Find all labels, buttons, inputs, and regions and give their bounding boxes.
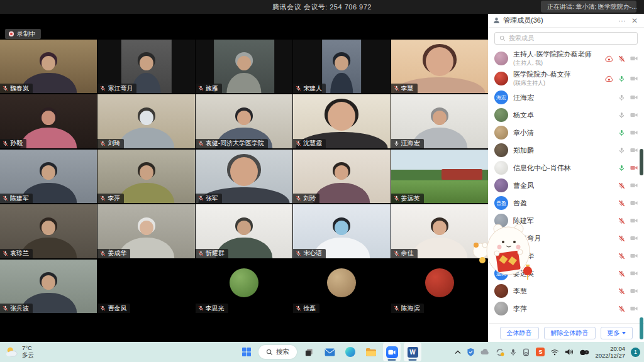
member-mic-icon[interactable] [618, 165, 625, 172]
member-camera-icon[interactable] [630, 235, 638, 241]
video-tile[interactable]: 袁健-同济大学医学院 [196, 94, 292, 148]
video-tile[interactable]: 施雁 [196, 40, 292, 93]
video-tile[interactable]: 寒江弯月 [97, 40, 194, 93]
member-row[interactable]: 姜成华 [488, 247, 644, 265]
member-mic-icon[interactable] [618, 129, 625, 136]
member-mic-icon[interactable] [618, 288, 625, 295]
microphone-icon[interactable] [510, 348, 516, 356]
member-camera-icon[interactable] [630, 305, 638, 312]
member-row[interactable]: 海宏汪海宏 [488, 89, 644, 106]
member-mic-icon[interactable] [618, 235, 625, 242]
video-tile[interactable]: 余佳 [391, 204, 488, 258]
member-mic-icon[interactable] [618, 55, 625, 62]
volume-icon[interactable] [565, 348, 574, 356]
member-mic-icon[interactable] [618, 75, 625, 82]
search-member-input[interactable]: 搜索成员 [494, 32, 638, 45]
member-mic-icon[interactable] [618, 112, 625, 119]
word-app-button[interactable]: W [404, 343, 421, 361]
panel-more-icon[interactable]: ··· [617, 17, 627, 25]
video-tile[interactable]: 陈建军 [0, 150, 97, 203]
member-camera-icon[interactable] [630, 112, 638, 118]
video-tile[interactable]: 忻耀群 [196, 204, 292, 258]
member-mic-icon[interactable] [618, 147, 625, 154]
member-row[interactable]: 杨文卓 [488, 106, 644, 124]
video-tile[interactable]: 徐磊 [293, 260, 390, 313]
scrollbar-thumb-dark[interactable] [640, 149, 643, 175]
member-mic-icon[interactable] [618, 200, 625, 207]
member-mic-icon[interactable] [618, 270, 625, 277]
panel-close-icon[interactable]: ✕ [630, 17, 639, 25]
member-camera-icon[interactable] [630, 200, 638, 206]
video-tile[interactable]: 姜远英 [391, 150, 488, 203]
member-row[interactable]: 寒江弯月 [488, 229, 644, 247]
sogou-input-icon[interactable]: S [536, 348, 545, 356]
video-tile[interactable]: 张兵波 [0, 260, 97, 313]
start-button[interactable] [238, 343, 255, 361]
video-tile[interactable]: 刘琦 [97, 94, 194, 148]
member-camera-icon[interactable] [630, 270, 638, 277]
video-tile[interactable]: 李思光 [196, 260, 292, 313]
member-mic-icon[interactable] [618, 182, 625, 189]
member-camera-icon[interactable] [630, 165, 638, 171]
member-row[interactable]: 曹金凤 [488, 177, 644, 194]
camera-device-icon[interactable] [579, 349, 589, 356]
participant-name-label: 忻耀群 [196, 249, 228, 258]
member-row[interactable]: 李慧 [488, 282, 644, 300]
member-camera-icon[interactable] [630, 253, 638, 259]
member-row[interactable]: 章小清 [488, 124, 644, 141]
video-tile[interactable]: 刘玲 [293, 150, 390, 203]
security-shield-icon[interactable] [467, 348, 475, 356]
video-tile[interactable]: 李慧 [391, 40, 488, 93]
notification-badge[interactable]: 1 [631, 348, 640, 357]
video-tile[interactable]: 曹金凤 [97, 260, 194, 313]
video-tile[interactable]: 宋心语 [293, 204, 390, 258]
member-row[interactable]: 医学院院办-蔡文萍(联席主持人) [488, 69, 644, 89]
member-row[interactable]: 陈建军 [488, 212, 644, 229]
wifi-icon[interactable] [550, 349, 559, 356]
taskbar-weather[interactable]: 7°C 多云 [5, 342, 34, 362]
sync-icon[interactable] [496, 348, 504, 356]
member-camera-icon[interactable] [630, 55, 638, 62]
unmute-all-button[interactable]: 解除全体静音 [544, 327, 596, 339]
chevron-up-icon[interactable] [455, 350, 461, 354]
video-tile[interactable]: 李萍 [97, 150, 194, 203]
member-camera-icon[interactable] [630, 147, 638, 153]
member-row[interactable]: 曾盈曾盈 [488, 194, 644, 212]
video-tile[interactable]: 汪海宏 [391, 94, 488, 148]
video-tile[interactable]: 袁琼兰 [0, 204, 97, 258]
video-tile[interactable]: 沈慧霞 [293, 94, 390, 148]
member-mic-icon[interactable] [618, 305, 625, 312]
taskbar-search[interactable]: 搜索 [258, 345, 297, 359]
video-tile[interactable]: 孙毅 [0, 94, 97, 148]
file-explorer-button[interactable] [362, 343, 380, 361]
tencent-meeting-app-button[interactable] [383, 343, 401, 361]
audio-device-icon[interactable] [522, 348, 530, 356]
edge-browser-button[interactable] [341, 343, 359, 361]
video-tile[interactable]: 张军 [196, 150, 292, 203]
member-camera-icon[interactable] [630, 94, 638, 101]
member-row[interactable]: 远英姜远英 [488, 265, 644, 282]
mail-app-button[interactable] [321, 343, 338, 361]
member-row[interactable]: 信息化中心-肖伟林 [488, 159, 644, 177]
scrollbar-thumb-teal[interactable] [640, 317, 643, 339]
taskbar-clock[interactable]: 20:04 2022/12/27 [595, 345, 625, 359]
member-row[interactable]: 主持人-医学院院办蔡老师(主持人, 我) [488, 48, 644, 69]
mute-all-button[interactable]: 全体静音 [500, 327, 539, 339]
member-camera-icon[interactable] [630, 129, 638, 136]
member-camera-icon[interactable] [630, 288, 638, 294]
member-mic-icon[interactable] [618, 253, 625, 260]
member-row[interactable]: 郑加麟 [488, 141, 644, 159]
member-mic-icon[interactable] [618, 217, 625, 224]
member-camera-icon[interactable] [630, 182, 638, 189]
video-tile[interactable]: 陈海滨 [391, 260, 488, 313]
member-row[interactable]: 李萍 [488, 300, 644, 317]
video-tile[interactable]: 宋建人 [293, 40, 390, 93]
video-tile[interactable]: 魏春岚 [0, 40, 97, 93]
more-button[interactable]: 更多 [601, 327, 633, 339]
cloud-icon[interactable] [480, 349, 490, 355]
task-view-button[interactable] [300, 343, 318, 361]
member-camera-icon[interactable] [630, 75, 638, 82]
video-tile[interactable]: 姜成华 [97, 204, 194, 258]
member-camera-icon[interactable] [630, 217, 638, 224]
member-mic-icon[interactable] [618, 94, 625, 101]
